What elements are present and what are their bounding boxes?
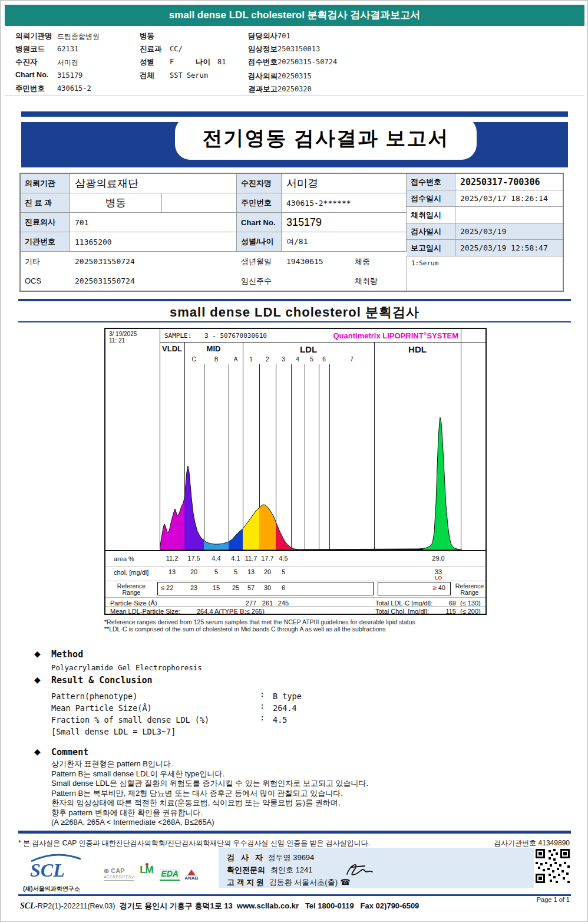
- cert-logos: ⊕ CAP ACCREDITED✓ LM EDA ANAB: [104, 864, 198, 881]
- footer-tel: Tel 1800-0119: [305, 901, 354, 910]
- method-heading: Method: [51, 649, 83, 660]
- signer-value: 정두영 39694: [268, 853, 315, 862]
- cell-value: 2025031550724: [70, 271, 237, 291]
- cell-label: 진 료 과: [21, 193, 70, 213]
- lipoprint-chart: 3/ 19/2025 11: 21 SAMPLE: 3 - 5076700306…: [104, 328, 487, 615]
- chart-date: 3/ 19/2025: [109, 331, 137, 337]
- cell-label: 기관번호: [21, 232, 70, 252]
- area-value: 11.2: [160, 555, 184, 562]
- field-label: 나이: [196, 57, 210, 67]
- footer-scl: SCL: [20, 901, 35, 910]
- field-value: 315179: [57, 71, 82, 80]
- sample-id: 3 - 507670030610: [204, 332, 267, 340]
- scl-logo-graphic: SCL: [23, 853, 94, 887]
- cap-logo: ⊕ CAP ACCREDITED✓: [104, 867, 135, 881]
- lab-number: 검사기관번호 41349890: [494, 838, 570, 848]
- field-value: SST Serum: [170, 71, 208, 80]
- footer-line: SCL-RP2(1)-202211(Rev.03) 경기도 용인시 기흥구 흥덕…: [20, 901, 419, 911]
- cell-label: 생년월일: [237, 252, 282, 271]
- anab-flame: [187, 870, 196, 875]
- row-label-ref-2: Range: [110, 589, 153, 596]
- cell-label: Chart No.: [237, 213, 282, 232]
- anab-logo-text: ANAB: [184, 875, 198, 881]
- cell-label: 수진자명: [237, 174, 282, 193]
- field-label: 접수번호: [248, 57, 278, 67]
- field-value: CC/: [170, 45, 183, 53]
- cell-label: 기타: [21, 252, 70, 271]
- cell-value: 서미경: [282, 174, 407, 193]
- brand-text-2: SYSTEM: [427, 331, 458, 340]
- signer-value: 김동환 서울서초(출): [269, 878, 338, 887]
- chart-footnote-2: **LDL-C is comprised of the sum of chole…: [104, 625, 385, 633]
- cell-value: 11365200: [70, 232, 237, 252]
- field-value: 81: [217, 58, 226, 66]
- total-chol-value: 115: [436, 608, 456, 615]
- result-row-value: B type: [273, 692, 302, 701]
- lm-logo: LM: [140, 864, 155, 881]
- cell-value: 여/81: [282, 232, 407, 252]
- leq-icon: ≤: [161, 584, 164, 591]
- signer-label: 고 객 지 원: [227, 878, 264, 887]
- row-label-ref-right-2: Range: [454, 589, 485, 596]
- row-label-area: area %: [114, 555, 134, 562]
- field-label: 의뢰기관명: [15, 31, 52, 41]
- field-value: 62131: [57, 45, 78, 53]
- field-value: 430615-2: [57, 84, 91, 93]
- scl-logo: SCL (재)서울의과학연구소: [23, 853, 100, 890]
- brand-logo: Quantimetrix LIPOPRINT®SYSTEM: [333, 331, 458, 340]
- comment-line: Pattern B는 small dense LDL이 우세한 type입니다.: [51, 769, 368, 779]
- subband-label: C: [187, 356, 201, 363]
- cell-label: OCS: [21, 271, 70, 291]
- signer-label: 확인전문의: [227, 865, 265, 874]
- field-label: 검사의뢰: [248, 71, 278, 81]
- subband-label: A: [229, 356, 243, 363]
- footer-address: 경기도 용인시 기흥구 흥덕1로 13: [120, 901, 233, 910]
- cell-value: 삼광의료재단: [70, 174, 237, 193]
- comment-line: Pattern B는 복부비만, 제2형 당뇨병 또는 대사 증후군 등에서 많…: [51, 789, 368, 799]
- cell-label: 채취량: [351, 271, 386, 291]
- subband-label: B: [209, 356, 223, 363]
- colon: :: [260, 701, 265, 710]
- field-value: 701: [278, 32, 290, 40]
- diamond-icon: ◆: [34, 649, 41, 658]
- eda-logo: EDA: [160, 868, 180, 881]
- report-info-table: 의뢰기관 삼광의료재단 진 료 과 병동 진료의사 701 기관번호 11365…: [19, 173, 564, 292]
- anab-logo: ANAB: [184, 870, 198, 881]
- field-value: 드림종합병원: [57, 32, 100, 42]
- signer-label: 검 사 자: [227, 853, 263, 862]
- ref-range-box-hdl: ≥ 40: [378, 582, 451, 595]
- patient-header: 의뢰기관명 드림종합병원 병원코드 62131 수진자 서미경 Chart No…: [1, 26, 588, 96]
- signature-icon: [345, 862, 374, 878]
- field-label: 수진자: [15, 57, 38, 67]
- cap-logo-text: ⊕ CAP: [104, 867, 135, 875]
- footer-rule-top: [18, 831, 571, 834]
- band-header-hdl: HDL: [374, 344, 461, 354]
- chol-value: 5: [272, 568, 295, 575]
- chart-header-rule: [160, 342, 485, 343]
- subband-label: 6: [317, 356, 331, 363]
- cell-label: 접수번호: [407, 174, 455, 190]
- sample-label: SAMPLE:: [164, 332, 191, 340]
- plot-baseline: [105, 550, 485, 551]
- mean-value: 264.4 A(TYPE B;≤ 265): [197, 608, 265, 615]
- chol-value: 13: [160, 568, 184, 575]
- field-value: 2503150013: [278, 45, 320, 53]
- geq-icon: ≥: [433, 584, 437, 591]
- colon: :: [260, 689, 265, 699]
- field-label: 병원코드: [15, 44, 45, 54]
- band-header-vldl: VLDL: [160, 344, 184, 353]
- row-divider: [105, 597, 485, 598]
- cell-value: 2025/03/19: [455, 223, 563, 240]
- comment-line: 상기환자 표현형은 pattern B입니다.: [51, 759, 368, 769]
- field-value: 20250315: [278, 72, 312, 80]
- cell-label: 진료의사: [21, 213, 70, 232]
- result-row-value: 264.4: [273, 703, 297, 713]
- subband-label: 1: [244, 356, 258, 363]
- ref-value: 6: [272, 584, 295, 591]
- band-header-ldl: LDL: [243, 344, 374, 354]
- method-body: Polyacrylamide Gel Electrophoresis: [51, 663, 202, 672]
- row-label-chol: chol. [mg/dl]: [114, 569, 148, 576]
- cell-value: 2025/03/17 18:26:14: [455, 190, 563, 207]
- report-banner: 전기영동 검사결과 보고서: [1, 110, 588, 172]
- header-divider: [5, 95, 584, 96]
